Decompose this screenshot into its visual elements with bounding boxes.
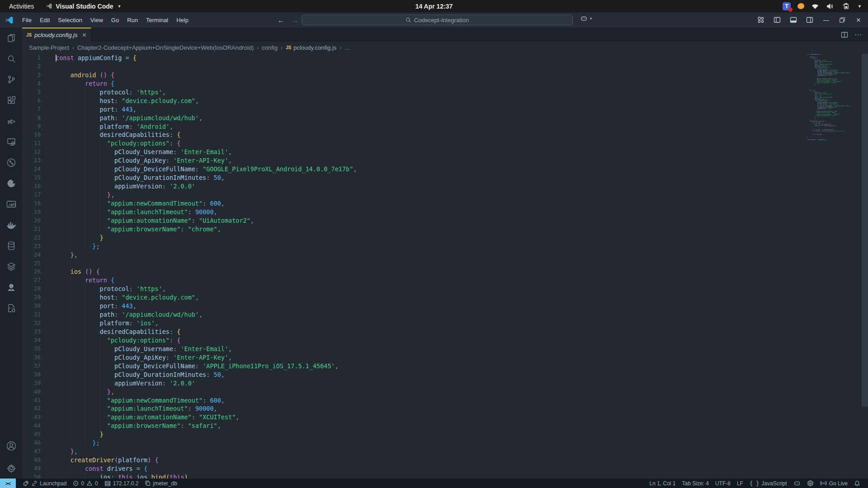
extensions-icon[interactable] <box>0 90 22 111</box>
copilot-icon[interactable] <box>580 15 588 22</box>
code-line[interactable]: 34 "pcloudy:options": { <box>22 336 868 345</box>
code-line[interactable]: 12 pCloudy_Username: 'Enter-Email', <box>22 148 868 156</box>
vertical-scrollbar[interactable] <box>862 54 868 407</box>
database-icon[interactable] <box>0 235 22 256</box>
toggle-secondary-sidebar-icon[interactable] <box>804 14 816 26</box>
command-center-search[interactable]: Codecept-Integration <box>302 14 573 25</box>
code-line[interactable]: 26 ios () { <box>22 267 868 276</box>
source-control-icon[interactable] <box>0 69 22 90</box>
code-line[interactable]: 17 }, <box>22 191 868 199</box>
code-line[interactable]: 39 appiumVersion: '2.0.0' <box>22 379 868 388</box>
minimize-button[interactable]: — <box>820 14 832 26</box>
code-line[interactable]: 40 }, <box>22 388 868 396</box>
code-line[interactable]: 5 protocol: 'https', <box>22 88 868 97</box>
run-and-debug-icon[interactable] <box>0 111 22 131</box>
menu-edit[interactable]: Edit <box>36 15 54 25</box>
openapi-icon[interactable]: /API <box>0 194 22 215</box>
code-line[interactable]: 49 const drivers = { <box>22 465 868 473</box>
code-line[interactable]: 41 "appium:newCommandTimeout": 600, <box>22 396 868 405</box>
code-line[interactable]: 15 pCloudy_DurationInMinutes: 50, <box>22 174 868 182</box>
code-line[interactable]: 13 pCloudy_ApiKey: 'Enter-API-Key', <box>22 156 868 165</box>
code-line[interactable]: 48 createDriver(platform) { <box>22 456 868 465</box>
host-ip-item[interactable]: 172.17.0.2 <box>101 479 142 488</box>
tab-size[interactable]: Tab Size: 4 <box>679 479 712 488</box>
launchpad-item[interactable]: Launchpad <box>19 479 70 488</box>
jenkins-icon[interactable] <box>0 277 22 298</box>
code-line[interactable]: 23 }; <box>22 242 868 251</box>
code-line[interactable]: 4 return { <box>22 80 868 88</box>
toggle-panel-icon[interactable] <box>788 14 799 26</box>
code-line[interactable]: 29 host: "device.pcloudy.com", <box>22 293 868 302</box>
hexagon-badge-icon[interactable] <box>804 479 817 488</box>
layers-icon[interactable] <box>0 256 22 277</box>
system-tray[interactable]: T ▼ <box>783 0 862 12</box>
breadcrumb-config[interactable]: config <box>262 44 278 51</box>
problems-item[interactable]: 0 0 <box>70 479 101 488</box>
activities-button[interactable]: Activities <box>5 2 38 11</box>
navigate-forward-icon[interactable]: → <box>292 16 298 24</box>
script-gear-extension-icon[interactable] <box>0 298 22 319</box>
eol[interactable]: LF <box>734 479 746 488</box>
language-mode[interactable]: { } JavaScript <box>746 479 790 488</box>
code-line[interactable]: 33 desiredCapabilities: { <box>22 328 868 336</box>
input-indicator-icon[interactable]: T <box>783 2 791 10</box>
notifications-bell-icon[interactable] <box>851 479 863 488</box>
code-line[interactable]: 43 "appium:automationName": "XCUITest", <box>22 413 868 422</box>
code-line[interactable]: 28 protocol: 'https', <box>22 285 868 293</box>
customize-layout-icon[interactable] <box>755 14 767 26</box>
code-line[interactable]: 11 "pcloudy:options": { <box>22 139 868 148</box>
code-line[interactable]: 46 }; <box>22 439 868 447</box>
cursor-position[interactable]: Ln 1, Col 1 <box>646 479 679 488</box>
menu-terminal[interactable]: Terminal <box>142 15 172 25</box>
minimap[interactable]: const appiumConfig = { android () { retu… <box>807 54 850 479</box>
remote-explorer-icon[interactable] <box>0 131 22 152</box>
code-line[interactable]: 35 pCloudy_Username: 'Enter-Email', <box>22 345 868 353</box>
git-graph-icon[interactable] <box>0 152 22 173</box>
db-connection-item[interactable]: jmeter_db <box>142 479 180 488</box>
explorer-icon[interactable] <box>0 28 22 48</box>
remote-indicator[interactable]: >< <box>0 479 16 488</box>
breadcrumb-symbol-ellipsis[interactable]: ... <box>344 44 349 51</box>
code-line[interactable]: 42 "appium:launchTimeout": 90000, <box>22 404 868 413</box>
more-actions-icon[interactable]: ⋯ <box>854 30 862 39</box>
code-line[interactable]: 38 pCloudy_DurationInMinutes: 50, <box>22 371 868 379</box>
split-editor-icon[interactable] <box>841 31 848 38</box>
code-editor[interactable]: 1const appiumConfig = {23 android () {4 … <box>22 54 868 479</box>
code-line[interactable]: 9 platform: 'Android', <box>22 122 868 131</box>
menu-selection[interactable]: Selection <box>54 15 86 25</box>
tab-pcloudy-config[interactable]: JS pcloudy.config.js ✕ <box>22 28 91 42</box>
code-line[interactable]: 14 pCloudy_DeviceFullName: "GOOGLE_Pixel… <box>22 165 868 174</box>
code-line[interactable]: 44 "appium:browserName": "safari", <box>22 422 868 430</box>
code-line[interactable]: 6 host: "device.pcloudy.com", <box>22 97 868 105</box>
code-line[interactable]: 10 desiredCapabilities: { <box>22 131 868 139</box>
code-line[interactable]: 7 port: 443, <box>22 105 868 114</box>
menu-file[interactable]: File <box>18 15 36 25</box>
toggle-primary-sidebar-icon[interactable] <box>771 14 783 26</box>
code-line[interactable]: 25 <box>22 259 868 268</box>
menu-view[interactable]: View <box>86 15 107 25</box>
menu-help[interactable]: Help <box>172 15 193 25</box>
code-line[interactable]: 31 path: '/appiumcloud/wd/hub', <box>22 310 868 319</box>
code-line[interactable]: 27 return { <box>22 276 868 285</box>
code-line[interactable]: 45 } <box>22 430 868 439</box>
breadcrumb-chapter[interactable]: Chapter2-Codecept+Appium+OnSingleDevice+… <box>77 44 254 51</box>
menu-go[interactable]: Go <box>107 15 123 25</box>
app-indicator-icon[interactable] <box>797 3 804 9</box>
code-line[interactable]: 8 path: '/appiumcloud/wd/hub', <box>22 114 868 122</box>
navigate-back-icon[interactable]: ← <box>278 16 284 24</box>
code-line[interactable]: 37 pCloudy_DeviceFullName: 'APPLE_iPhone… <box>22 362 868 371</box>
go-live-item[interactable]: Go Live <box>817 479 851 488</box>
docker-icon[interactable] <box>0 215 22 235</box>
code-line[interactable]: 2 <box>22 62 868 71</box>
code-line[interactable]: 30 port: 443, <box>22 302 868 310</box>
copilot-status-icon[interactable] <box>790 479 804 488</box>
copilot-chevron-down-icon[interactable]: ▼ <box>589 17 593 21</box>
code-line[interactable]: 24 }, <box>22 251 868 259</box>
restore-button[interactable] <box>836 14 848 26</box>
clock[interactable]: 14 Apr 12:37 <box>415 3 453 10</box>
code-line[interactable]: 18 "appium:newCommandTimeout": 600, <box>22 199 868 208</box>
code-line[interactable]: 32 platform: 'ios', <box>22 319 868 328</box>
code-lines[interactable]: 1const appiumConfig = {23 android () {4 … <box>22 54 868 479</box>
code-line[interactable]: 21 "appium:browserName": "chrome", <box>22 225 868 234</box>
code-line[interactable]: 47 }, <box>22 447 868 456</box>
